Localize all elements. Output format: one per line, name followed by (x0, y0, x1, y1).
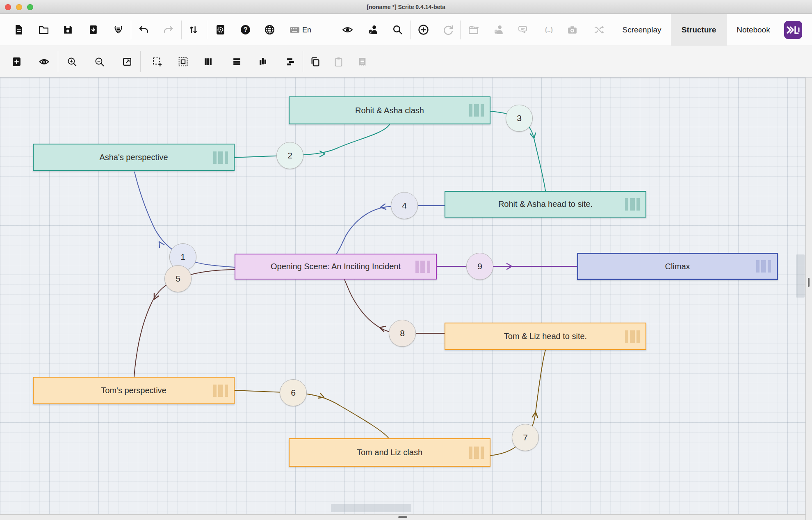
scene-node-rohit-asha-clash[interactable]: Rohit & Asha clash (289, 96, 490, 124)
add-scene-button[interactable] (8, 53, 25, 70)
titlebar: [noname *] Scrite 0.4.14-beta (0, 0, 812, 14)
layout-rows-button[interactable] (228, 53, 245, 70)
scene-comments-button[interactable] (515, 22, 531, 38)
tab-structure[interactable]: Structure (671, 14, 727, 46)
new-document-icon (13, 24, 24, 35)
bottom-panel-edge (0, 514, 805, 520)
scene-node-tom-and-liz-clash[interactable]: Tom and Liz clash (289, 438, 490, 467)
add-new-button[interactable] (415, 22, 431, 38)
connection-badge-3[interactable]: 3 (506, 105, 533, 132)
scene-media-icon (625, 330, 640, 343)
scene-node-tom-liz-head-to-site[interactable]: Tom & Liz head to site. (445, 323, 646, 350)
keyboard-layout-button[interactable] (286, 22, 303, 38)
scene-label: Tom & Liz head to site. (504, 332, 587, 341)
copy-icon (310, 57, 320, 67)
license-button[interactable] (110, 22, 126, 38)
scene-node-rohit-asha-head-to-site[interactable]: Rohit & Asha head to site. (445, 191, 646, 218)
scene-node-opening-scene[interactable]: Opening Scene: An Inciting Incident (235, 254, 437, 279)
structure-canvas[interactable]: Rohit & Asha clash Asha's perspective Ro… (0, 78, 805, 514)
connection-badge-6[interactable]: 6 (280, 379, 307, 406)
open-file-button[interactable] (35, 22, 52, 38)
right-panel-edge (805, 78, 812, 520)
rows-layout-icon (232, 57, 242, 67)
connection-1-arrowhead (159, 242, 164, 247)
scene-media-icon (625, 198, 640, 211)
shuffle-scenes-button[interactable] (591, 22, 607, 38)
help-button[interactable]: ? (237, 22, 253, 38)
connection-badge-7[interactable]: 7 (512, 424, 539, 451)
new-selection-button[interactable] (149, 53, 165, 70)
camera-icon (567, 24, 578, 35)
connection-6-arrowhead (318, 393, 324, 398)
new-document-button[interactable] (10, 22, 27, 38)
layout-horizontal-button[interactable] (282, 53, 299, 70)
search-button[interactable] (389, 22, 406, 38)
save-button[interactable] (59, 22, 76, 38)
characters-icon (367, 24, 379, 35)
laurel-wreath-icon (113, 24, 124, 35)
help-icon: ? (240, 24, 251, 35)
connection-badge-2[interactable]: 2 (276, 142, 303, 169)
character-reports-button[interactable] (490, 22, 506, 38)
connection-badge-5[interactable]: 5 (164, 265, 192, 292)
canvas-vertical-scrollbar[interactable] (796, 254, 805, 298)
copy-button[interactable] (307, 53, 323, 70)
connection-badge-9[interactable]: 9 (466, 253, 493, 280)
language-label: En (302, 14, 311, 46)
settings-button[interactable] (212, 22, 228, 38)
columns-layout-icon (203, 57, 213, 67)
bottom-resize-handle[interactable] (398, 516, 407, 518)
reorder-scenes-button[interactable] (185, 22, 201, 38)
connection-badge-4[interactable]: 4 (391, 192, 418, 219)
toolbar-separator (460, 21, 461, 39)
parenthetical-icon: (..) (543, 24, 554, 35)
characters-button[interactable] (365, 22, 381, 38)
language-button[interactable] (261, 22, 278, 38)
scene-media-icon (756, 260, 771, 273)
eye-icon (39, 57, 49, 67)
select-all-button[interactable] (175, 53, 191, 70)
clapperboard-icon (468, 24, 479, 35)
layout-columns-button[interactable] (200, 53, 216, 70)
main-toolbar: ? En (0, 14, 812, 46)
paste-button[interactable] (330, 53, 347, 70)
scene-node-climax[interactable]: Climax (577, 253, 778, 280)
reload-icon (442, 24, 454, 35)
svg-text:(..): (..) (545, 26, 552, 33)
tab-notebook[interactable]: Notebook (729, 14, 778, 46)
zoom-in-button[interactable] (64, 53, 80, 70)
scrite-logo (784, 21, 802, 39)
capture-photo-button[interactable] (564, 22, 580, 38)
export-button[interactable] (85, 22, 101, 38)
fit-to-view-button[interactable] (119, 53, 135, 70)
scene-visuals-button[interactable] (465, 22, 481, 38)
scene-media-icon (415, 261, 430, 273)
redo-icon (163, 24, 174, 35)
toolbar-separator (131, 21, 131, 39)
search-icon (392, 24, 403, 35)
toolbar-separator (58, 51, 58, 72)
connection-badge-8[interactable]: 8 (389, 320, 416, 347)
keyboard-icon (289, 24, 300, 35)
connection-2-path (235, 124, 390, 158)
scene-node-asha-perspective[interactable]: Asha's perspective (33, 144, 235, 171)
redo-button[interactable] (160, 22, 176, 38)
tab-screenplay[interactable]: Screenplay (615, 14, 668, 46)
episode-list-button[interactable] (354, 53, 370, 70)
dialogue-button[interactable]: (..) (541, 22, 557, 38)
clipboard-icon (333, 57, 344, 67)
toolbar-separator (410, 21, 411, 39)
preview-button[interactable] (339, 22, 356, 38)
right-resize-handle[interactable] (808, 278, 810, 287)
zoom-out-button[interactable] (91, 53, 107, 70)
reload-button[interactable] (440, 22, 456, 38)
scene-node-tom-perspective[interactable]: Tom's perspective (33, 377, 235, 404)
canvas-horizontal-scrollbar[interactable] (331, 504, 411, 512)
window-title: [noname *] Scrite 0.4.14-beta (0, 0, 812, 14)
undo-button[interactable] (135, 22, 152, 38)
scrite-window: [noname *] Scrite 0.4.14-beta (0, 0, 812, 520)
preview-toggle-button[interactable] (36, 53, 52, 70)
layout-vertical-button[interactable] (254, 53, 271, 70)
open-folder-icon (38, 24, 49, 35)
scene-label: Asha's perspective (99, 153, 168, 162)
